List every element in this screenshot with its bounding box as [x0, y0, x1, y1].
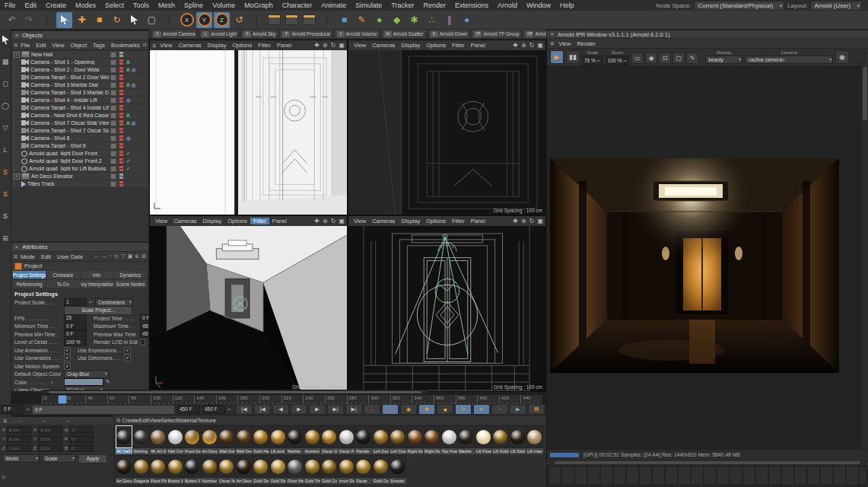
material-item[interactable]: Number [202, 455, 218, 484]
node-space-dropdown[interactable]: Current (Standard/Physical) [694, 1, 784, 11]
material-item[interactable]: Lift and [270, 425, 287, 454]
ipr-pause-button[interactable]: ▮▮ [566, 50, 580, 64]
toolbar-icon[interactable]: ↺ [231, 12, 247, 28]
ipr-horizontal-scrollbar[interactable]: ‹› [547, 460, 868, 466]
expand-icon[interactable]: + [14, 52, 20, 58]
menubar-item[interactable]: Tools [129, 2, 154, 9]
transport-button[interactable]: ◀ [272, 404, 289, 415]
material-item[interactable]: Handle [355, 425, 372, 454]
material-item[interactable]: Right De [407, 425, 424, 454]
object-enable-toggle[interactable] [110, 59, 116, 65]
material-item[interactable]: Hall Ceil [167, 425, 184, 454]
toolbar-icon[interactable]: ∴ [424, 12, 440, 28]
attributes-header-icon[interactable]: ⊞ [141, 253, 146, 259]
toolbar-icon[interactable]: ● [371, 12, 387, 28]
attributes-close-icon[interactable]: ✕ [14, 244, 19, 250]
attributes-header-icon[interactable]: ▣ [128, 253, 133, 259]
menubar-item[interactable]: MoGraph [240, 2, 278, 9]
left-strip-icon[interactable]: ▽ [1, 123, 10, 132]
viewport-corner-icon[interactable]: ⊕ [323, 218, 328, 224]
material-item[interactable]: Wall Det [218, 425, 235, 454]
viewport-corner-icon[interactable]: ↻ [331, 42, 336, 49]
object-enable-toggle[interactable] [110, 105, 116, 111]
object-row[interactable]: + Camera Target - Shot 4 Inside Lift A ◎… [12, 104, 148, 111]
menubar-item[interactable]: Animate [316, 2, 351, 9]
viewport-menu-item[interactable]: View [157, 42, 175, 49]
material-item[interactable]: Art Deco [236, 455, 253, 484]
material-item[interactable]: Gold Ha [253, 425, 269, 454]
alembic-tag-icon[interactable]: A [126, 67, 130, 73]
viewport-menu-item[interactable]: Options [229, 42, 255, 49]
viewport-menu-item[interactable]: View [351, 218, 369, 224]
object-enable-toggle[interactable] [110, 135, 116, 142]
toolbar-icon[interactable]: ✚ [74, 12, 90, 28]
transport-button[interactable]: ■ [437, 404, 453, 415]
viewport-corner-icon[interactable]: ✚ [513, 42, 518, 49]
viewport-menu-item[interactable]: View [152, 218, 170, 224]
viewport-corner-icon[interactable]: ✚ [314, 42, 320, 49]
viewport-bottom-right-canvas[interactable] [348, 226, 545, 391]
object-row[interactable]: + Camera Target - Shot 2 Door Wide A ◎ ✓ [12, 74, 148, 81]
scale-field[interactable]: 0 cm [38, 426, 62, 434]
project-scale-stepper[interactable]: ▴▾ [89, 299, 93, 305]
menubar-item[interactable]: Extensions [450, 2, 493, 9]
ipr-tool-button[interactable]: ⊡ [659, 53, 671, 64]
use-motion-checkbox[interactable]: ✓ [64, 363, 71, 370]
ipr-filmstrip[interactable] [548, 466, 866, 485]
attributes-menu-item[interactable]: Edit [38, 253, 54, 260]
mater-menu-item[interactable]: Select [161, 417, 177, 424]
scale-field[interactable]: 0 cm [38, 444, 62, 452]
max-time-field[interactable]: 450 F [140, 323, 149, 330]
menubar-item[interactable]: Character [278, 2, 317, 9]
range-end-field[interactable]: 450 F [177, 405, 200, 414]
attribute-tab[interactable]: Scene Nodes [114, 280, 147, 288]
ipr-vertical-scrollbar[interactable] [862, 65, 868, 450]
ipr-render-area[interactable] [547, 65, 862, 450]
material-item[interactable]: 4K Art D [150, 425, 167, 454]
max-time-field2[interactable]: 450 F [202, 405, 225, 414]
transport-button[interactable]: |◀ [236, 404, 253, 415]
toolbar-icon[interactable]: X [179, 12, 195, 28]
material-item[interactable]: Marble [458, 425, 475, 454]
ipr-preview-box[interactable] [851, 50, 865, 64]
visibility-dots[interactable] [119, 135, 123, 141]
coords-menu-icon[interactable]: ≡ [3, 417, 7, 425]
attributes-header-icon[interactable]: → [102, 253, 107, 259]
default-color-dropdown[interactable]: Gray-Blue [64, 370, 109, 378]
viewport-corner-icon[interactable]: ↻ [529, 218, 535, 224]
viewport-corner-icon[interactable]: ↻ [331, 218, 336, 224]
material-item[interactable]: Art Deco [202, 425, 218, 454]
alembic-tag-icon[interactable]: A [126, 113, 130, 118]
toolbar-icon[interactable] [301, 12, 317, 28]
visibility-dots[interactable] [119, 158, 123, 164]
transport-button[interactable]: ↻ [455, 404, 472, 415]
preview-min-field[interactable]: 0 F [64, 330, 87, 338]
current-frame-field[interactable]: 0 F [2, 405, 24, 414]
ipr-zoom-field[interactable]: 100 %▴▾ [606, 56, 629, 65]
rotation-field[interactable]: 0 ° [69, 426, 94, 434]
material-item[interactable]: Inner De [339, 455, 355, 484]
object-row[interactable]: + Camera Target - Shot 3 Marble Dial A ◎… [12, 89, 148, 96]
use-generators-checkbox[interactable]: ✓ [64, 355, 71, 361]
objects-close-icon[interactable]: ✕ [14, 33, 19, 39]
toolbar-icon[interactable]: ■ [336, 12, 352, 28]
visibility-dots[interactable] [119, 75, 123, 80]
scale-project-button[interactable]: Scale Project... [64, 306, 132, 315]
object-enable-toggle[interactable] [110, 128, 116, 134]
visibility-dots[interactable] [119, 90, 123, 95]
transport-button[interactable]: ▶ [291, 404, 307, 415]
material-item[interactable]: Floor Ha [287, 455, 304, 484]
target-tag-icon[interactable]: ◎ [126, 97, 131, 103]
menubar-item[interactable]: Modes [71, 2, 100, 9]
ipr-rendered-image[interactable] [550, 158, 839, 373]
toolbar-icon[interactable] [161, 12, 177, 28]
attribute-tab[interactable]: Cineware [46, 271, 79, 279]
material-item[interactable]: Gold Do [270, 455, 287, 484]
toolbar-icon[interactable]: ∥ [441, 12, 457, 28]
toolbar-icon[interactable]: ◆ [389, 12, 405, 28]
material-item[interactable]: Skirting [133, 425, 150, 454]
material-item[interactable]: Left Doo [373, 425, 389, 454]
color-swatch[interactable] [64, 378, 103, 386]
visibility-dots[interactable] [119, 173, 123, 179]
arnold-toolbar-button[interactable]: Sc Arnold Scatter [381, 29, 427, 39]
